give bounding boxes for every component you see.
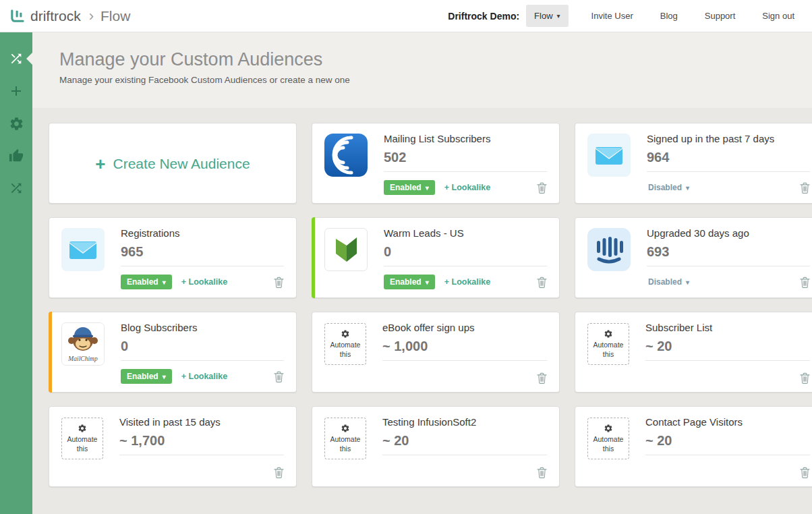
- nav-blog[interactable]: Blog: [656, 10, 682, 22]
- audience-card: Automate this Subscriber List ~ 20: [575, 312, 812, 393]
- caret-down-icon: ▾: [426, 184, 429, 192]
- status-dropdown[interactable]: Disabled ▾: [647, 275, 691, 289]
- trash-icon: [800, 372, 810, 384]
- delete-audience-button[interactable]: [537, 467, 547, 478]
- caret-down-icon: ▾: [686, 184, 689, 192]
- delete-audience-button[interactable]: [274, 371, 284, 382]
- audience-card: Registrations 965 Enabled ▾ + Lookalike: [49, 217, 297, 298]
- audience-card: Upgraded 30 days ago 693 Disabled ▾: [575, 217, 812, 298]
- lookalike-button[interactable]: + Lookalike: [444, 277, 490, 287]
- thumbs-up-icon: [9, 148, 24, 163]
- trash-icon: [800, 277, 810, 288]
- status-label: Disabled: [648, 183, 682, 192]
- audience-card: Blog Subscribers 0 Enabled ▾ + Lookalike: [49, 312, 297, 393]
- account-label: Driftrock Demo:: [448, 11, 519, 22]
- page-subtitle: Manage your existing Facebook Custom Aud…: [59, 75, 812, 85]
- gear-icon: [9, 116, 24, 132]
- audience-count: ~ 1,700: [119, 433, 284, 455]
- shuffle-icon: [9, 181, 24, 196]
- status-label: Enabled: [127, 277, 158, 287]
- automate-this-button[interactable]: Automate this: [324, 323, 366, 365]
- audience-card: Mailing List Subscribers 502 Enabled ▾ +…: [312, 123, 560, 204]
- audience-grid: + Create New Audience Mailing List Subsc…: [32, 108, 812, 514]
- left-sidebar: [0, 32, 32, 514]
- trash-icon: [537, 467, 547, 478]
- automate-this-button[interactable]: Automate this: [61, 418, 103, 459]
- driftrock-logo[interactable]: driftrock: [9, 8, 81, 24]
- delete-audience-button[interactable]: [274, 277, 284, 288]
- audience-count: 0: [121, 339, 284, 361]
- delete-audience-button[interactable]: [800, 277, 810, 288]
- audience-title: Contact Page Visitors: [645, 416, 810, 428]
- gear-icon: [78, 424, 87, 433]
- audience-count: 693: [647, 244, 810, 266]
- automate-label: Automate this: [591, 341, 626, 359]
- status-dropdown[interactable]: Disabled ▾: [647, 180, 691, 195]
- nav-support[interactable]: Support: [701, 10, 740, 22]
- lookalike-button[interactable]: + Lookalike: [181, 372, 227, 381]
- audience-title: Testing InfusionSoft2: [382, 416, 547, 428]
- audience-title: Signed up in the past 7 days: [647, 133, 810, 144]
- create-new-audience-label: Create New Audience: [113, 156, 250, 172]
- gear-icon: [341, 424, 350, 433]
- breadcrumb-chevron-icon: ›: [89, 7, 94, 25]
- caret-down-icon: ▾: [426, 279, 429, 286]
- lookalike-button[interactable]: + Lookalike: [444, 183, 490, 192]
- create-new-audience-card[interactable]: + Create New Audience: [49, 123, 297, 204]
- audience-card: Automate this Contact Page Visitors ~ 20: [575, 406, 812, 487]
- sidebar-item-flows[interactable]: [0, 173, 32, 204]
- audience-count: 0: [384, 244, 547, 266]
- delete-audience-button[interactable]: [537, 182, 547, 194]
- status-dropdown[interactable]: Enabled ▾: [121, 369, 172, 384]
- delete-audience-button[interactable]: [537, 372, 547, 384]
- nav-sign-out[interactable]: Sign out: [758, 10, 799, 22]
- nav-invite-user[interactable]: Invite User: [587, 10, 637, 22]
- automate-label: Automate this: [591, 435, 626, 453]
- delete-audience-button[interactable]: [800, 182, 810, 194]
- trash-icon: [274, 467, 284, 478]
- page-title: Manage your Custom Audiences: [59, 49, 812, 70]
- audience-card: Signed up in the past 7 days 964 Disable…: [575, 123, 812, 204]
- gear-icon: [341, 329, 350, 339]
- audience-count: ~ 20: [382, 433, 547, 455]
- status-dropdown[interactable]: Enabled ▾: [121, 275, 172, 289]
- audience-title: Registrations: [121, 227, 284, 239]
- audience-count: ~ 1,000: [382, 339, 547, 361]
- trash-icon: [274, 371, 284, 382]
- caret-down-icon: ▾: [557, 12, 560, 20]
- status-stripe: [49, 312, 52, 393]
- delete-audience-button[interactable]: [537, 277, 547, 288]
- gear-icon: [604, 329, 613, 339]
- top-header: driftrock › Flow Driftrock Demo: Flow ▾ …: [0, 0, 812, 32]
- status-dropdown[interactable]: Enabled ▾: [384, 275, 435, 289]
- lookalike-button[interactable]: + Lookalike: [181, 277, 227, 287]
- audience-count: ~ 20: [645, 339, 810, 361]
- sidebar-item-approvals[interactable]: [0, 140, 32, 171]
- audience-card: Warm Leads - US 0 Enabled ▾ + Lookalike: [312, 217, 560, 298]
- delete-audience-button[interactable]: [274, 467, 284, 478]
- trash-icon: [800, 467, 810, 478]
- shuffle-icon: [9, 51, 24, 66]
- account-flow-dropdown[interactable]: Flow ▾: [526, 5, 568, 27]
- intercom-app-icon: [587, 228, 631, 271]
- sidebar-item-create[interactable]: [0, 76, 32, 107]
- automate-this-button[interactable]: Automate this: [324, 418, 366, 459]
- automate-this-button[interactable]: Automate this: [587, 323, 629, 365]
- automate-this-button[interactable]: Automate this: [587, 418, 629, 459]
- audience-count: 965: [121, 244, 284, 266]
- plus-icon: [8, 83, 24, 99]
- sidebar-item-settings[interactable]: [0, 108, 32, 139]
- active-nav-notch: [26, 53, 32, 65]
- audience-title: Mailing List Subscribers: [384, 133, 547, 144]
- mailchimp-app-icon: [61, 322, 105, 366]
- audience-card: Automate this Visited in past 15 days ~ …: [49, 406, 297, 487]
- status-dropdown[interactable]: Enabled ▾: [384, 180, 435, 195]
- driftrock-logo-icon: [9, 8, 25, 24]
- delete-audience-button[interactable]: [800, 467, 810, 478]
- delete-audience-button[interactable]: [800, 372, 810, 384]
- audience-count: ~ 20: [645, 433, 810, 455]
- trash-icon: [537, 372, 547, 384]
- logo-text: driftrock: [30, 8, 81, 24]
- sendgrid-app-icon: [324, 134, 368, 177]
- status-label: Enabled: [390, 277, 422, 287]
